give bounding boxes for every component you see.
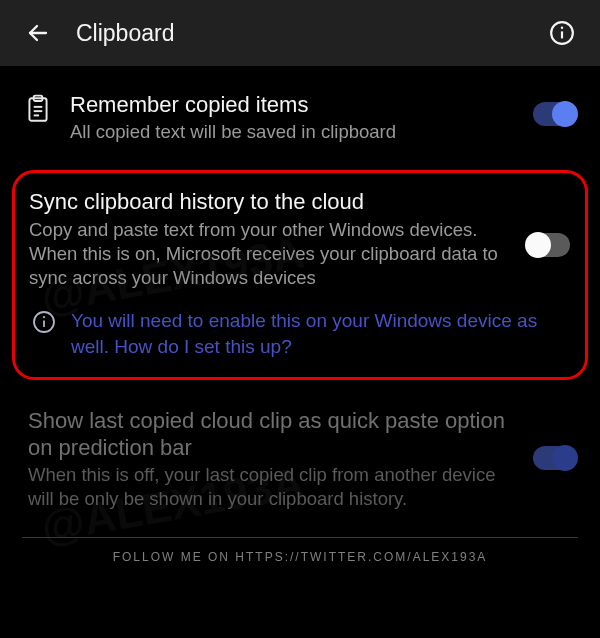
setting-quick-paste[interactable]: Show last copied cloud clip as quick pas… [0, 390, 600, 519]
setting-sync-cloud-highlight: Sync clipboard history to the cloud Copy… [12, 170, 588, 380]
page-title: Clipboard [76, 20, 542, 47]
sync-info-link[interactable]: You will need to enable this on your Win… [71, 308, 569, 359]
divider [22, 537, 578, 538]
arrow-left-icon [26, 21, 50, 45]
footer-credit: FOLLOW ME ON HTTPS://TWITTER.COM/ALEX193… [0, 550, 600, 564]
setting-remember-copied[interactable]: Remember copied items All copied text wi… [0, 66, 600, 152]
setting-title: Sync clipboard history to the cloud [29, 189, 515, 215]
setting-sync-cloud[interactable]: Sync clipboard history to the cloud Copy… [29, 189, 571, 290]
setting-title: Remember copied items [70, 92, 514, 118]
setting-subtitle: When this is off, your last copied clip … [28, 463, 514, 511]
setting-subtitle: Copy and paste text from your other Wind… [29, 218, 515, 290]
remember-toggle[interactable] [533, 102, 575, 126]
svg-point-11 [43, 316, 45, 318]
info-icon [549, 20, 575, 46]
sync-info-row: You will need to enable this on your Win… [29, 308, 571, 359]
page: @ALEX193A @ALEX193A Clipboard Remember c… [0, 0, 600, 638]
sync-toggle[interactable] [528, 233, 570, 257]
quickpaste-toggle[interactable] [533, 446, 575, 470]
svg-point-3 [561, 27, 563, 29]
setting-title: Show last copied cloud clip as quick pas… [28, 408, 514, 461]
app-bar: Clipboard [0, 0, 600, 66]
back-button[interactable] [18, 13, 58, 53]
setting-subtitle: All copied text will be saved in clipboa… [70, 120, 514, 144]
settings-body: Remember copied items All copied text wi… [0, 66, 600, 574]
clipboard-icon [25, 94, 51, 124]
help-button[interactable] [542, 13, 582, 53]
info-icon [32, 310, 56, 334]
